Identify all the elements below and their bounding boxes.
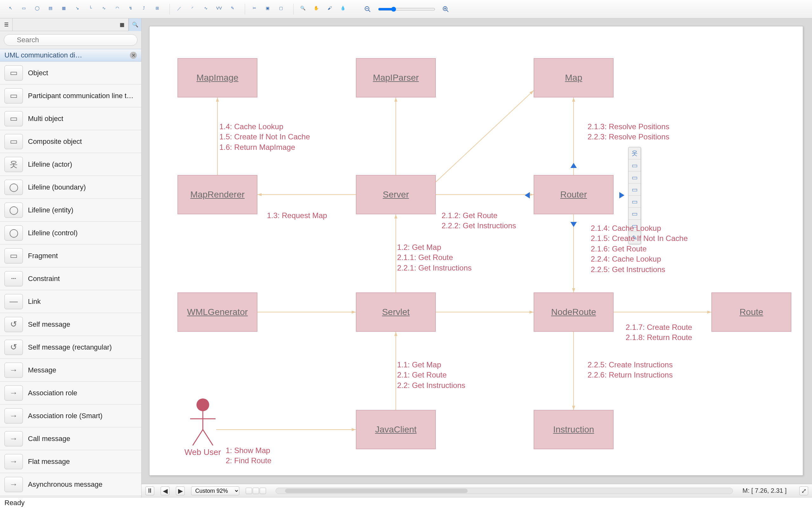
palette-thumb-icon: →: [4, 431, 23, 447]
mini-multiobject-icon[interactable]: ▭: [629, 171, 641, 183]
connector-round-icon[interactable]: ⤴: [138, 4, 150, 14]
palette-item-7[interactable]: ◯Lifeline (control): [0, 222, 141, 245]
zoom-select[interactable]: Custom 92%: [191, 486, 239, 495]
pointer-icon[interactable]: ↖: [4, 4, 16, 14]
zoom-slider[interactable]: [378, 7, 435, 12]
mini-object-icon[interactable]: ▭: [629, 159, 641, 171]
eyedropper-icon[interactable]: 💧: [337, 4, 349, 14]
outline-view-icon[interactable]: ☰: [0, 18, 13, 31]
mouse-position: M: [ 7.26, 2.31 ]: [742, 487, 786, 494]
svg-line-38: [193, 430, 203, 446]
palette-item-5[interactable]: ◯Lifeline (boundary): [0, 176, 141, 199]
palette-thumb-icon: ◯: [4, 225, 23, 241]
node-router[interactable]: Router: [534, 175, 614, 214]
freehand-icon[interactable]: ✎: [226, 4, 238, 14]
mini-composite-icon[interactable]: ▭: [629, 183, 641, 196]
rectangle-icon[interactable]: ▭: [18, 4, 30, 14]
selection-handle-left[interactable]: [525, 192, 530, 199]
crop-image-icon[interactable]: ▣: [262, 4, 274, 14]
node-server[interactable]: Server: [356, 175, 436, 214]
palette-item-2[interactable]: ▭Multi object: [0, 107, 141, 130]
palette-item-13[interactable]: →Message: [0, 359, 141, 382]
svg-marker-10: [258, 193, 262, 196]
node-mapimage[interactable]: MapImage: [177, 58, 258, 97]
search-input[interactable]: [4, 34, 137, 46]
palette-item-9[interactable]: ┄Constraint: [0, 267, 141, 290]
palette-item-15[interactable]: →Association role (Smart): [0, 405, 141, 427]
pause-pages-icon[interactable]: ⏸: [145, 486, 154, 495]
palette-thumb-icon: →: [4, 385, 23, 401]
crop-page-icon[interactable]: ▢: [275, 4, 287, 14]
connector-smart-icon[interactable]: ↯: [125, 4, 136, 14]
palette-thumb-icon: ◯: [4, 203, 23, 218]
line-icon[interactable]: ／: [173, 4, 185, 14]
palette-item-3[interactable]: ▭Composite object: [0, 130, 141, 153]
svg-marker-12: [394, 97, 397, 101]
mini-constraint-icon[interactable]: ▭: [629, 208, 641, 220]
actor-label: Web User: [184, 448, 221, 457]
palette-item-14[interactable]: →Association role: [0, 382, 141, 405]
node-maprenderer[interactable]: MapRenderer: [177, 175, 258, 214]
crop-icon[interactable]: ✂: [248, 4, 260, 14]
palette-thumb-icon: →: [4, 477, 23, 492]
palette-item-10[interactable]: —Link: [0, 290, 141, 313]
node-route[interactable]: Route: [711, 292, 792, 332]
textbox-icon[interactable]: ▤: [44, 4, 56, 14]
palette-item-11[interactable]: ↺Self message: [0, 313, 141, 336]
diagram-page[interactable]: Web User 옷 ▭ ▭ ▭ ▭ ▭ ▭ ✎: [149, 26, 803, 476]
svg-marker-26: [530, 310, 534, 314]
connector-right-angle-icon[interactable]: └: [84, 4, 96, 14]
pan-icon[interactable]: ✋: [310, 4, 322, 14]
ellipse-icon[interactable]: ◯: [31, 4, 43, 14]
format-painter-icon[interactable]: 🖌: [323, 4, 335, 14]
palette-thumb-icon: ↺: [4, 340, 23, 355]
table-icon[interactable]: ▦: [58, 4, 70, 14]
zoom-out-icon[interactable]: [362, 4, 374, 14]
palette-item-8[interactable]: ▭Fragment: [0, 245, 141, 267]
node-instruction[interactable]: Instruction: [534, 410, 614, 449]
grid-view-icon[interactable]: ▦: [116, 18, 129, 31]
message-m_nr_instr: 2.2.5: Create Instructions2.2.6: Return …: [588, 360, 673, 380]
palette-search-icon[interactable]: 🔍: [129, 18, 141, 31]
connector-icon[interactable]: ↘: [71, 4, 83, 14]
fit-page-icon[interactable]: ⤢: [799, 486, 808, 495]
zoom-in-icon[interactable]: 🔍: [297, 4, 309, 14]
canvas-scroll[interactable]: Web User 옷 ▭ ▭ ▭ ▭ ▭ ▭ ✎: [142, 18, 812, 484]
polyline-icon[interactable]: VV: [213, 4, 225, 14]
mini-fragment-icon[interactable]: ▭: [629, 196, 641, 208]
node-map[interactable]: Map: [534, 58, 614, 97]
view-mode-icons[interactable]: [246, 488, 266, 494]
prev-page-icon[interactable]: ◀: [161, 486, 170, 495]
palette-item-label: Self message: [28, 321, 70, 329]
next-page-icon[interactable]: ▶: [176, 486, 185, 495]
palette-title-bar[interactable]: UML communication di… ✕: [0, 49, 141, 61]
node-javaclient[interactable]: JavaClient: [356, 410, 436, 449]
insert-shape-icon[interactable]: ⊞: [151, 4, 163, 14]
mini-actor-icon[interactable]: 옷: [629, 147, 641, 159]
palette-item-1[interactable]: ▭Participant communication line t…: [0, 84, 141, 107]
palette-item-label: Association role (Smart): [28, 412, 102, 420]
zoom-in-icon[interactable]: [440, 4, 452, 14]
palette-item-6[interactable]: ◯Lifeline (entity): [0, 199, 141, 222]
actor-web-user[interactable]: Web User: [184, 398, 221, 457]
node-servlet[interactable]: Servlet: [356, 292, 436, 332]
node-noderoute[interactable]: NodeRoute: [534, 292, 614, 332]
close-palette-icon[interactable]: ✕: [130, 52, 137, 59]
node-wmlgenerator[interactable]: WMLGenerator: [177, 292, 258, 332]
palette-item-18[interactable]: →Asynchronous message: [0, 473, 141, 496]
selection-handle-right[interactable]: [619, 192, 624, 199]
selection-handle-up[interactable]: [571, 163, 577, 168]
connector-arc-icon[interactable]: ◠: [111, 4, 123, 14]
selection-handle-down[interactable]: [571, 222, 577, 227]
palette-item-17[interactable]: →Flat message: [0, 450, 141, 473]
spline-icon[interactable]: ∿: [200, 4, 212, 14]
horizontal-scrollbar[interactable]: [275, 488, 733, 494]
palette-item-12[interactable]: ↺Self message (rectangular): [0, 336, 141, 359]
palette-item-4[interactable]: 옷Lifeline (actor): [0, 153, 141, 176]
palette-item-0[interactable]: ▭Object: [0, 61, 141, 84]
node-mapiparser[interactable]: MapIParser: [356, 58, 436, 97]
connector-bezier-icon[interactable]: ∿: [98, 4, 110, 14]
palette-item-16[interactable]: →Call message: [0, 427, 141, 450]
arc-icon[interactable]: ◜: [186, 4, 198, 14]
palette-item-label: Link: [28, 297, 41, 306]
